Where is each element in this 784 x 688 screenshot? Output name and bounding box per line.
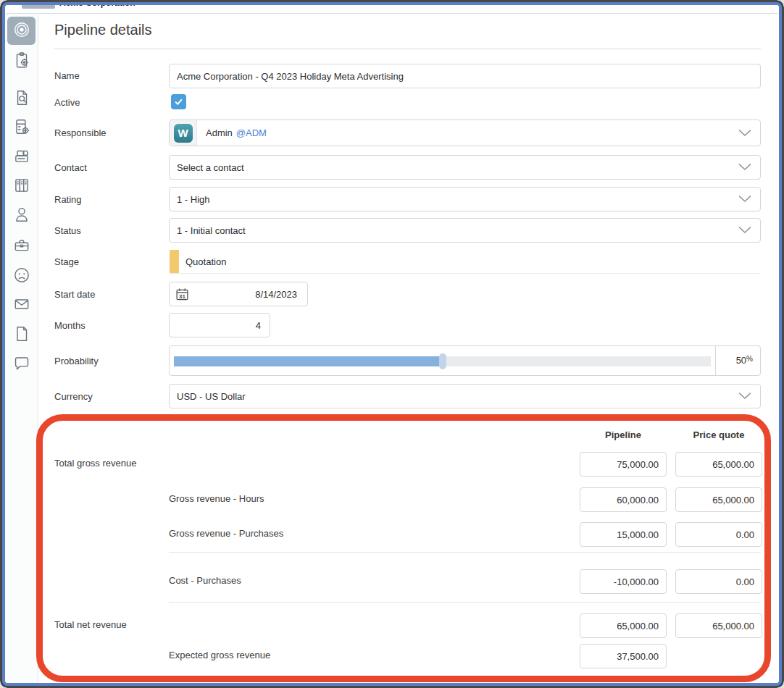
fin-row-label: Gross revenue - Purchases	[169, 528, 283, 539]
svg-text:31: 31	[179, 293, 185, 299]
person-icon	[12, 205, 31, 227]
fin-pipeline-input[interactable]: 15,000.00	[580, 522, 667, 547]
probability-label: Probability	[54, 356, 99, 366]
fin-price-quote-input[interactable]: 65,000.00	[675, 613, 762, 638]
fin-price-quote-input[interactable]: 65,000.00	[675, 452, 762, 477]
fin-price-quote-input[interactable]: 65,000.00	[675, 487, 762, 512]
app-window: Acme Corporation Pipeline details Name A…	[0, 0, 784, 688]
fin-row-label: Gross revenue - Hours	[169, 493, 264, 504]
rating-label: Rating	[54, 194, 82, 205]
fin-pipeline-input[interactable]: 37,500.00	[580, 644, 667, 668]
avatar-cell: W	[170, 120, 197, 146]
rating-select[interactable]: 1 - High	[169, 187, 761, 211]
fin-pipeline-input[interactable]: 60,000.00	[580, 487, 667, 512]
sidebar	[4, 14, 38, 684]
stage-label: Stage	[54, 256, 79, 267]
register-bell-icon	[12, 146, 31, 168]
clipboard-gear-icon	[12, 51, 31, 72]
tab-favicon	[22, 0, 55, 9]
target-icon	[12, 20, 31, 42]
start-date-label: Start date	[54, 289, 95, 300]
months-value: 4	[256, 320, 270, 331]
document-icon	[12, 324, 31, 346]
months-input[interactable]: 4	[169, 313, 270, 337]
page-title: Pipeline details	[54, 22, 152, 38]
sidebar-item-7[interactable]	[11, 205, 32, 226]
calculator-gear-icon	[12, 117, 31, 139]
status-select[interactable]: 1 - Initial contact	[169, 218, 761, 243]
title-divider	[54, 49, 761, 49]
sad-face-icon	[12, 266, 31, 288]
chevron-down-icon	[738, 391, 751, 402]
currency-label: Currency	[54, 391, 93, 402]
name-input[interactable]: Acme Corporation - Q4 2023 Holiday Meta …	[169, 64, 761, 88]
tab-strip: Acme Corporation	[6, 0, 778, 14]
envelope-icon	[12, 295, 31, 316]
responsible-label: Responsible	[54, 127, 107, 138]
sidebar-item-pipeline[interactable]	[7, 17, 36, 45]
name-label: Name	[54, 70, 80, 81]
tab-title[interactable]: Acme Corporation	[59, 0, 135, 8]
active-checkbox[interactable]	[171, 94, 186, 109]
fin-price-quote-input[interactable]: 0.00	[675, 522, 762, 547]
contact-label: Contact	[54, 162, 87, 173]
contact-placeholder: Select a contact	[170, 162, 244, 173]
chevron-down-icon	[738, 225, 751, 236]
currency-value: USD - US Dollar	[170, 391, 246, 402]
check-icon	[174, 97, 183, 106]
months-label: Months	[54, 320, 86, 331]
column-header-price-quote: Price quote	[675, 429, 762, 440]
status-label: Status	[54, 225, 81, 236]
fin-row-label: Expected gross revenue	[169, 650, 270, 660]
sidebar-item-6[interactable]	[11, 176, 32, 197]
sidebar-item-3[interactable]	[11, 88, 32, 109]
rating-value: 1 - High	[170, 194, 210, 205]
slider-fill	[174, 356, 443, 366]
chevron-down-icon	[738, 162, 751, 173]
fin-price-quote-input[interactable]: 0.00	[675, 569, 762, 594]
sidebar-item-11[interactable]	[11, 324, 32, 345]
slider-separator	[715, 346, 716, 375]
column-header-pipeline: Pipeline	[580, 429, 667, 440]
kanban-book-icon	[12, 176, 31, 198]
probability-readout: 50%	[736, 355, 753, 366]
slider-track[interactable]	[174, 356, 711, 366]
sidebar-item-8[interactable]	[11, 235, 32, 256]
toolbox-icon	[12, 235, 31, 257]
name-value: Acme Corporation - Q4 2023 Holiday Meta …	[170, 71, 404, 82]
chevron-down-icon	[738, 127, 751, 138]
fin-divider	[169, 602, 761, 603]
probability-slider[interactable]: 50%	[169, 345, 761, 376]
fin-row-label: Cost - Purchases	[169, 575, 241, 586]
chevron-down-icon	[738, 194, 751, 205]
stage-value: Quotation	[179, 256, 226, 267]
sidebar-item-10[interactable]	[11, 295, 32, 316]
slider-thumb[interactable]	[439, 353, 446, 369]
fin-divider	[169, 552, 761, 553]
fin-row-label: Total net revenue	[54, 619, 127, 630]
sidebar-item-4[interactable]	[11, 117, 32, 138]
sidebar-item-12[interactable]	[11, 353, 32, 374]
document-search-icon	[12, 88, 31, 110]
start-date-input[interactable]: 31 8/14/2023	[169, 282, 308, 306]
sidebar-item-2[interactable]	[11, 51, 32, 72]
avatar: W	[174, 124, 193, 143]
fin-pipeline-input[interactable]: 75,000.00	[580, 452, 667, 477]
stage-field[interactable]: Quotation	[169, 249, 761, 274]
start-date-value: 8/14/2023	[255, 289, 307, 300]
speech-bubble-icon	[12, 353, 31, 375]
fin-pipeline-input[interactable]: 65,000.00	[580, 613, 667, 638]
status-value: 1 - Initial contact	[170, 225, 246, 236]
fin-pipeline-input[interactable]: -10,000.00	[580, 569, 667, 594]
responsible-mention[interactable]: @ADM	[236, 127, 267, 138]
responsible-select[interactable]: W Admin @ADM	[169, 119, 761, 146]
stage-color-bar	[170, 250, 179, 273]
sidebar-item-5[interactable]	[11, 146, 32, 167]
fin-row-label: Total gross revenue	[54, 458, 136, 469]
active-label: Active	[54, 97, 80, 108]
contact-select[interactable]: Select a contact	[169, 155, 761, 180]
responsible-value: Admin	[206, 127, 233, 138]
calendar-icon[interactable]: 31	[175, 288, 189, 301]
sidebar-item-9[interactable]	[11, 266, 32, 287]
currency-select[interactable]: USD - US Dollar	[169, 384, 761, 408]
